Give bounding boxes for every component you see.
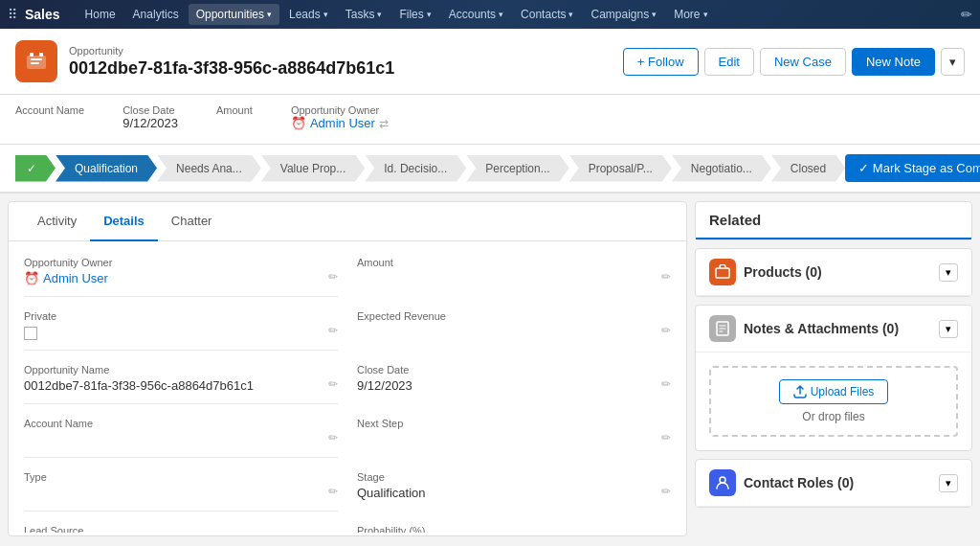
amount-field-value: [357, 271, 671, 288]
grid-icon[interactable]: ⠿: [8, 7, 17, 22]
meta-amount: Amount: [216, 104, 253, 130]
upload-files-button[interactable]: Upload Files: [779, 379, 889, 404]
notes-label: Notes & Attachments (0): [744, 321, 899, 336]
opp-name-label: Opportunity Name: [24, 364, 338, 375]
stage-needs-analysis[interactable]: Needs Ana...: [157, 155, 261, 182]
next-step-label: Next Step: [357, 418, 671, 429]
edit-nav-icon[interactable]: ✏: [961, 7, 972, 22]
account-name-value: [15, 116, 19, 130]
edit-close-date-icon[interactable]: ✏: [661, 377, 671, 391]
private-checkbox[interactable]: [24, 327, 37, 340]
notes-icon: [709, 315, 736, 342]
contact-roles-dropdown-button[interactable]: ▾: [939, 474, 958, 492]
new-case-button[interactable]: New Case: [760, 48, 846, 76]
svg-point-5: [720, 477, 725, 483]
form-row-3: Opportunity Name 0012dbe7-81fa-3f38-956c…: [24, 364, 671, 408]
edit-opp-name-icon[interactable]: ✏: [328, 377, 338, 391]
contact-roles-title: Contact Roles (0): [709, 469, 854, 496]
chevron-down-icon: ▾: [499, 10, 503, 19]
form-row-5: Type ✏ Stage Qualification ✏: [24, 471, 671, 515]
expected-revenue-label: Expected Revenue: [357, 310, 671, 322]
owner-icon: ⏰: [291, 116, 306, 130]
next-step-value: [357, 432, 671, 449]
nav-item-tasks[interactable]: Tasks▾: [338, 4, 390, 25]
edit-next-step-icon[interactable]: ✏: [661, 431, 671, 444]
related-header-title: Related: [696, 202, 971, 239]
svg-rect-3: [716, 268, 729, 278]
upload-drop-zone[interactable]: Upload Files Or drop files: [709, 366, 958, 437]
edit-opp-owner-icon[interactable]: ✏: [328, 270, 338, 284]
nav-item-home[interactable]: Home: [78, 4, 123, 25]
field-opportunity-owner: Opportunity Owner ⏰ Admin User ✏: [24, 257, 338, 297]
left-panel: Activity Details Chatter Opportunity Own…: [8, 201, 687, 536]
app-name: Sales: [25, 7, 60, 22]
meta-close-date: Close Date 9/12/2023: [122, 104, 178, 130]
stage-value-prop[interactable]: Value Prop...: [261, 155, 365, 182]
owner-field-icon: ⏰: [24, 271, 39, 285]
probability-label: Probability (%): [357, 525, 671, 533]
more-actions-button[interactable]: ▾: [941, 48, 965, 76]
record-info: Opportunity 0012dbe7-81fa-3f38-956c-a886…: [69, 45, 394, 79]
products-title: Products (0): [709, 259, 822, 285]
field-account-name: Account Name ✏: [24, 418, 338, 458]
form-row-6: Lead Source Retail ✏ Probability (%) 10%…: [24, 525, 671, 533]
expected-revenue-value: [357, 325, 671, 342]
nav-item-opportunities[interactable]: Opportunities▾: [189, 4, 279, 25]
edit-button[interactable]: Edit: [704, 48, 754, 76]
notes-dropdown-button[interactable]: ▾: [939, 320, 958, 338]
new-note-button[interactable]: New Note: [852, 48, 935, 76]
field-opp-name: Opportunity Name 0012dbe7-81fa-3f38-956c…: [24, 364, 338, 404]
nav-item-more[interactable]: More▾: [666, 4, 715, 25]
edit-account-name-icon[interactable]: ✏: [328, 431, 338, 444]
opp-owner-value: ⏰ Admin User: [24, 271, 338, 288]
contact-roles-icon: [709, 469, 736, 496]
stage-qualification[interactable]: Qualification: [56, 155, 157, 182]
tab-details[interactable]: Details: [90, 202, 158, 241]
account-name-field-label: Account Name: [24, 418, 338, 429]
notes-title: Notes & Attachments (0): [709, 315, 899, 342]
chevron-down-icon: ▾: [267, 10, 272, 19]
opp-owner-link[interactable]: ⏰ Admin User: [24, 271, 338, 285]
record-meta: Account Name Close Date 9/12/2023 Amount…: [0, 95, 980, 145]
owner-change-icon[interactable]: ⇄: [379, 117, 389, 130]
stage-proposal[interactable]: Proposal/P...: [569, 155, 672, 182]
nav-item-analytics[interactable]: Analytics: [125, 4, 187, 25]
upload-files-label: Upload Files: [811, 385, 875, 398]
top-navigation: ⠿ Sales Home Analytics Opportunities▾ Le…: [0, 0, 980, 29]
field-close-date: Close Date 9/12/2023 ✏: [357, 364, 671, 404]
stage-negotiation[interactable]: Negotiatio...: [672, 155, 771, 182]
close-date-field-label: Close Date: [357, 364, 671, 375]
edit-expected-revenue-icon[interactable]: ✏: [661, 324, 671, 337]
edit-type-icon[interactable]: ✏: [328, 485, 338, 498]
record-id: 0012dbe7-81fa-3f38-956c-a8864d7b61c1: [69, 58, 394, 79]
edit-amount-icon[interactable]: ✏: [661, 270, 671, 284]
nav-item-campaigns[interactable]: Campaigns▾: [583, 4, 664, 25]
nav-item-contacts[interactable]: Contacts▾: [513, 4, 581, 25]
amount-label: Amount: [216, 104, 253, 116]
tab-chatter[interactable]: Chatter: [158, 202, 226, 241]
nav-item-files[interactable]: Files▾: [391, 4, 438, 25]
form-row-1: Opportunity Owner ⏰ Admin User ✏ Amount …: [24, 257, 671, 301]
mark-stage-complete-button[interactable]: ✓ Mark Stage as Complete: [845, 154, 980, 182]
stage-id-decision[interactable]: Id. Decisio...: [365, 155, 466, 182]
products-dropdown-button[interactable]: ▾: [939, 263, 958, 282]
owner-link[interactable]: Admin User: [310, 116, 375, 130]
stage-value: Qualification: [357, 486, 671, 503]
edit-private-icon[interactable]: ✏: [328, 324, 338, 337]
nav-item-leads[interactable]: Leads▾: [281, 4, 336, 25]
type-value: [24, 486, 338, 503]
follow-button[interactable]: + Follow: [623, 48, 699, 76]
opp-owner-label: Opportunity Owner: [24, 257, 338, 268]
stage-perception[interactable]: Perception...: [466, 155, 568, 182]
field-private: Private ✏: [24, 310, 338, 351]
edit-stage-icon[interactable]: ✏: [661, 485, 671, 498]
stage-closed[interactable]: Closed: [771, 155, 845, 182]
products-icon: [709, 259, 736, 285]
stage-check: ✓: [15, 155, 56, 182]
tab-activity[interactable]: Activity: [24, 202, 90, 241]
contact-roles-label: Contact Roles (0): [744, 475, 854, 490]
related-section: Related: [695, 201, 972, 240]
nav-item-accounts[interactable]: Accounts▾: [441, 4, 511, 25]
contact-roles-section: Contact Roles (0) ▾: [695, 459, 972, 508]
opportunity-owner-value: ⏰ Admin User ⇄: [291, 116, 389, 130]
